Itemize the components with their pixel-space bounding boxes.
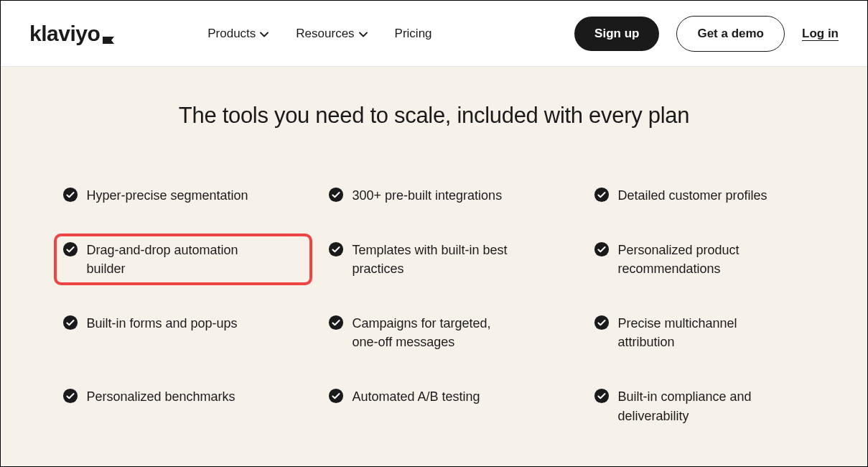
feature-item: Campaigns for targeted, one-off messages bbox=[319, 307, 578, 359]
feature-label: Built-in compliance and deliverability bbox=[618, 387, 783, 425]
feature-label: Drag-and-drop automation builder bbox=[87, 241, 252, 278]
brand-logo[interactable]: klaviyo bbox=[29, 22, 114, 46]
feature-item: Automated A/B testing bbox=[319, 380, 578, 432]
feature-label: Campaigns for targeted, one-off messages bbox=[353, 314, 518, 351]
check-icon bbox=[62, 241, 78, 257]
brand-name: klaviyo bbox=[29, 22, 100, 46]
check-icon bbox=[62, 315, 78, 330]
check-icon bbox=[328, 388, 344, 404]
nav-label: Resources bbox=[296, 27, 354, 41]
svg-rect-1 bbox=[103, 37, 110, 44]
brand-flag-icon bbox=[103, 26, 114, 34]
feature-item: Built-in compliance and deliverability bbox=[585, 380, 815, 432]
get-demo-button[interactable]: Get a demo bbox=[676, 16, 785, 52]
feature-label: Automated A/B testing bbox=[353, 387, 480, 406]
nav-item-products[interactable]: Products bbox=[207, 27, 269, 41]
section-title: The tools you need to scale, included wi… bbox=[29, 103, 839, 129]
check-icon bbox=[594, 241, 610, 257]
feature-label: Detailed customer profiles bbox=[618, 186, 767, 205]
check-icon bbox=[328, 187, 344, 203]
check-icon bbox=[328, 241, 344, 257]
feature-label: Built-in forms and pop-ups bbox=[87, 314, 238, 333]
nav-item-resources[interactable]: Resources bbox=[296, 27, 367, 41]
header-actions: Sign up Get a demo Log in bbox=[574, 16, 839, 52]
login-link[interactable]: Log in bbox=[802, 27, 839, 41]
check-icon bbox=[594, 388, 610, 404]
feature-label: Personalized product recommendations bbox=[618, 241, 783, 278]
check-icon bbox=[62, 388, 78, 404]
feature-item: Detailed customer profiles bbox=[585, 179, 815, 212]
nav-label: Products bbox=[207, 27, 256, 41]
check-icon bbox=[594, 315, 610, 330]
feature-item: Precise multichannel attribution bbox=[585, 307, 815, 359]
nav-label: Pricing bbox=[395, 27, 432, 41]
feature-item: Templates with built-in best practices bbox=[319, 234, 578, 285]
features-section: The tools you need to scale, included wi… bbox=[1, 67, 867, 466]
features-grid: Hyper-precise segmentation 300+ pre-buil… bbox=[54, 179, 815, 433]
feature-item: Personalized product recommendations bbox=[585, 234, 815, 285]
check-icon bbox=[328, 315, 344, 330]
feature-item: 300+ pre-built integrations bbox=[319, 179, 578, 212]
site-header: klaviyo Products Resources Pricing Sign … bbox=[1, 1, 867, 67]
feature-label: Hyper-precise segmentation bbox=[87, 186, 248, 205]
check-icon bbox=[594, 187, 610, 203]
feature-item: Built-in forms and pop-ups bbox=[54, 307, 312, 359]
feature-label: Templates with built-in best practices bbox=[353, 241, 518, 278]
nav-item-pricing[interactable]: Pricing bbox=[395, 27, 432, 41]
chevron-down-icon bbox=[359, 27, 368, 41]
check-icon bbox=[62, 187, 78, 203]
feature-item: Personalized benchmarks bbox=[54, 380, 312, 432]
feature-label: Personalized benchmarks bbox=[87, 387, 235, 406]
feature-label: 300+ pre-built integrations bbox=[353, 186, 503, 205]
chevron-down-icon bbox=[260, 27, 269, 41]
primary-nav: Products Resources Pricing bbox=[207, 27, 431, 41]
feature-item: Hyper-precise segmentation bbox=[54, 179, 312, 212]
signup-button[interactable]: Sign up bbox=[574, 17, 659, 51]
feature-label: Precise multichannel attribution bbox=[618, 314, 783, 351]
feature-item-highlighted: Drag-and-drop automation builder bbox=[54, 234, 312, 285]
